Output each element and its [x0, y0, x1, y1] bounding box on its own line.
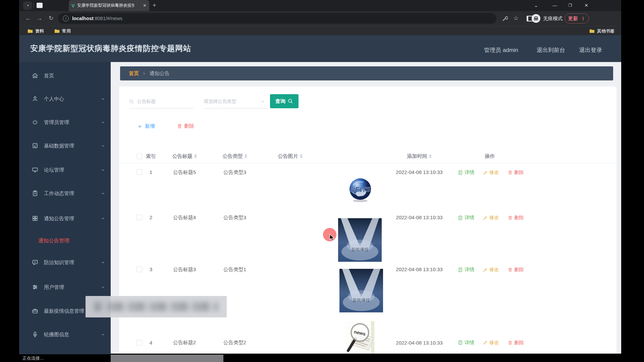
batch-delete-button[interactable]: 删除 — [177, 121, 194, 131]
sidebar-item-8[interactable]: 防治知识管理 — [19, 256, 111, 269]
edit-link[interactable]: 修改 — [483, 266, 499, 273]
sidebar-item-4[interactable]: 论坛管理 — [19, 163, 111, 177]
type-select[interactable]: 请选择公告类型 — [204, 95, 268, 109]
url-path: :8081/#/news — [94, 16, 122, 21]
remove-link[interactable]: 删除 — [508, 169, 524, 176]
announcement-image[interactable]: 新闻播报 — [339, 269, 382, 312]
cell-actions: 详情修改删除 — [458, 215, 525, 221]
row-checkbox[interactable] — [136, 215, 143, 220]
other-bookmarks[interactable]: 其他书签 — [589, 28, 614, 34]
trash-icon — [508, 170, 513, 175]
detail-link[interactable]: 详情 — [458, 169, 474, 176]
document-icon — [458, 170, 463, 175]
sidebar-item-label: 首页 — [44, 73, 54, 79]
sidebar-item-6[interactable]: 通知公告管理 — [19, 212, 111, 225]
remove-link[interactable]: 删除 — [508, 340, 524, 346]
cell-type: 公告类型3 — [211, 215, 258, 221]
site-info-icon[interactable]: i — [63, 15, 69, 21]
bookmarks-bar: 资料 常用 其他书签 — [19, 26, 621, 35]
sidebar-item-2[interactable]: 管理员管理 — [19, 116, 111, 129]
window-expand-icon[interactable]: ⌄ — [531, 1, 541, 10]
forward-icon[interactable]: → — [35, 14, 44, 23]
announcement-image[interactable]: NEWS — [347, 177, 373, 203]
cell-index: 1 — [143, 169, 159, 175]
remove-link[interactable]: 删除 — [508, 266, 524, 273]
detail-link[interactable]: 详情 — [458, 340, 474, 346]
sidebar-item-label: 防治知识管理 — [44, 259, 74, 266]
incognito-spy-icon — [532, 14, 540, 23]
document-icon — [458, 267, 463, 273]
sidebar-item-9[interactable]: 用户管理 — [19, 281, 111, 294]
site-title: 安康学院新型冠状病毒肺炎疫情防控专题网站 — [30, 43, 191, 54]
breadcrumb-separator: > — [143, 71, 146, 76]
breadcrumb-current: 通知公告 — [150, 70, 170, 77]
address-bar[interactable]: i localhost:8081/#/news — [58, 13, 496, 24]
exit-to-front-link[interactable]: 退出到前台 — [537, 46, 565, 54]
title-search-input[interactable]: 公告标题 — [129, 95, 194, 109]
pinned-tab-icon[interactable] — [37, 3, 43, 8]
logout-link[interactable]: 退出登录 — [579, 46, 602, 54]
breadcrumb-home-link[interactable]: 首页 — [129, 70, 139, 77]
new-tab-button[interactable]: + — [153, 2, 156, 9]
detail-link[interactable]: 详情 — [458, 215, 474, 221]
browser-menu-icon[interactable]: ⋮ — [581, 16, 585, 21]
svg-text:NEWS: NEWS — [350, 186, 371, 193]
sidebar-item-5[interactable]: 工作动态管理 — [19, 187, 111, 200]
bookmark-folder-changyong[interactable]: 常用 — [54, 28, 71, 34]
bookmark-folder-ziliao[interactable]: 资料 — [28, 28, 44, 34]
cell-actions: 详情修改删除 — [458, 169, 525, 176]
column-header-4[interactable]: 添加时间 — [394, 149, 444, 163]
search-placeholder: 公告标题 — [137, 99, 156, 105]
user-icon — [32, 96, 39, 102]
censor-gray-bar — [111, 355, 223, 362]
column-header-2[interactable]: 公告类型 — [211, 149, 258, 163]
sort-carets-icon[interactable] — [300, 154, 303, 158]
sidebar-item-0[interactable]: 首页 — [19, 69, 111, 82]
back-icon[interactable]: ← — [24, 14, 33, 23]
sidebar-item-label: 通知公告管理 — [38, 237, 69, 244]
tab-title: 安康学院新型冠状病毒肺炎疫情防控专题网站 — [77, 3, 134, 8]
detail-link[interactable]: 详情 — [458, 266, 474, 273]
sort-carets-icon[interactable] — [245, 154, 247, 158]
announcement-image[interactable]: news — [345, 321, 376, 354]
remove-link[interactable]: 删除 — [508, 215, 524, 221]
other-bookmarks-label: 其他书签 — [597, 28, 614, 34]
row-checkbox[interactable] — [136, 266, 143, 272]
select-all-checkbox[interactable] — [136, 149, 143, 163]
add-button[interactable]: ＋ 新增 — [137, 121, 155, 131]
query-button[interactable]: 查询 — [270, 94, 299, 108]
column-header-1[interactable]: 公告标题 — [161, 149, 208, 163]
sort-carets-icon[interactable] — [429, 154, 432, 158]
sidebar-item-1[interactable]: 个人中心 — [19, 92, 111, 106]
password-key-icon[interactable] — [501, 14, 509, 22]
cell-time: 2022-04-08 13:10:33 — [394, 338, 444, 348]
sidebar-item-11[interactable]: 轮播图信息 — [19, 328, 111, 341]
sidebar-subitem-active[interactable]: 通知公告管理 — [19, 234, 111, 247]
pencil-icon — [483, 170, 488, 175]
sidebar-item-label: 论坛管理 — [44, 167, 64, 173]
trash-icon — [177, 123, 182, 129]
column-header-3[interactable]: 公告图片 — [267, 149, 314, 163]
window-maximize-icon[interactable]: ❐ — [565, 1, 575, 10]
window-minimize-icon[interactable]: — — [550, 1, 560, 10]
edit-link[interactable]: 修改 — [483, 215, 499, 221]
incognito-globe-icon[interactable]: ◔ — [23, 1, 32, 10]
row-checkbox[interactable] — [136, 169, 143, 175]
cell-type: 公告类型1 — [211, 266, 258, 273]
announcement-image[interactable]: 新闻播报 — [338, 218, 382, 262]
window-close-icon[interactable]: ✕ — [581, 1, 591, 10]
browser-tab[interactable]: V 安康学院新型冠状病毒肺炎疫情防控专题网站 ✕ — [69, 0, 149, 11]
sort-carets-icon[interactable] — [194, 154, 197, 158]
edit-link[interactable]: 修改 — [483, 340, 499, 346]
edit-link[interactable]: 修改 — [483, 169, 499, 176]
column-header-label: 操作 — [485, 153, 495, 160]
tab-close-icon[interactable]: ✕ — [143, 3, 147, 8]
row-checkbox[interactable] — [136, 338, 143, 348]
pencil-icon — [483, 340, 488, 345]
sidebar-item-3[interactable]: 基础数据管理 — [19, 139, 111, 153]
incognito-label: 无痕模式 — [543, 15, 562, 22]
bookmark-star-icon[interactable]: ☆ — [512, 14, 520, 22]
update-button[interactable]: 更新 ⋮ — [565, 13, 589, 23]
reload-icon[interactable]: ↻ — [47, 14, 55, 23]
chevron-down-icon — [101, 332, 105, 337]
